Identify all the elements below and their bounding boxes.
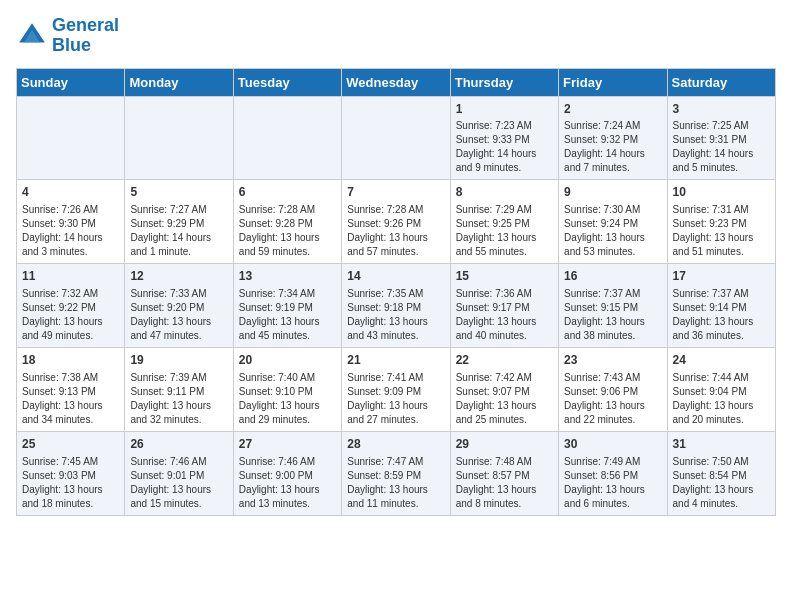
day-info: Sunrise: 7:48 AM Sunset: 8:57 PM Dayligh… xyxy=(456,455,553,511)
day-info: Sunrise: 7:50 AM Sunset: 8:54 PM Dayligh… xyxy=(673,455,770,511)
day-number: 22 xyxy=(456,352,553,369)
day-info: Sunrise: 7:31 AM Sunset: 9:23 PM Dayligh… xyxy=(673,203,770,259)
header-sunday: Sunday xyxy=(17,68,125,96)
calendar-cell: 26Sunrise: 7:46 AM Sunset: 9:01 PM Dayli… xyxy=(125,431,233,515)
day-number: 20 xyxy=(239,352,336,369)
calendar-week-row: 18Sunrise: 7:38 AM Sunset: 9:13 PM Dayli… xyxy=(17,347,776,431)
day-number: 9 xyxy=(564,184,661,201)
logo-icon xyxy=(16,20,48,52)
day-number: 14 xyxy=(347,268,444,285)
calendar-cell: 20Sunrise: 7:40 AM Sunset: 9:10 PM Dayli… xyxy=(233,347,341,431)
calendar-cell: 31Sunrise: 7:50 AM Sunset: 8:54 PM Dayli… xyxy=(667,431,775,515)
calendar-cell: 15Sunrise: 7:36 AM Sunset: 9:17 PM Dayli… xyxy=(450,264,558,348)
calendar-cell xyxy=(125,96,233,180)
calendar-cell: 3Sunrise: 7:25 AM Sunset: 9:31 PM Daylig… xyxy=(667,96,775,180)
day-number: 3 xyxy=(673,101,770,118)
day-number: 16 xyxy=(564,268,661,285)
calendar-table: SundayMondayTuesdayWednesdayThursdayFrid… xyxy=(16,68,776,516)
calendar-cell: 1Sunrise: 7:23 AM Sunset: 9:33 PM Daylig… xyxy=(450,96,558,180)
day-number: 29 xyxy=(456,436,553,453)
header-wednesday: Wednesday xyxy=(342,68,450,96)
day-number: 2 xyxy=(564,101,661,118)
calendar-cell: 30Sunrise: 7:49 AM Sunset: 8:56 PM Dayli… xyxy=(559,431,667,515)
day-info: Sunrise: 7:38 AM Sunset: 9:13 PM Dayligh… xyxy=(22,371,119,427)
day-info: Sunrise: 7:24 AM Sunset: 9:32 PM Dayligh… xyxy=(564,119,661,175)
calendar-cell: 2Sunrise: 7:24 AM Sunset: 9:32 PM Daylig… xyxy=(559,96,667,180)
calendar-cell: 13Sunrise: 7:34 AM Sunset: 9:19 PM Dayli… xyxy=(233,264,341,348)
day-number: 13 xyxy=(239,268,336,285)
day-number: 12 xyxy=(130,268,227,285)
logo-text: General Blue xyxy=(52,16,119,56)
day-info: Sunrise: 7:28 AM Sunset: 9:28 PM Dayligh… xyxy=(239,203,336,259)
day-info: Sunrise: 7:27 AM Sunset: 9:29 PM Dayligh… xyxy=(130,203,227,259)
day-number: 28 xyxy=(347,436,444,453)
calendar-cell: 8Sunrise: 7:29 AM Sunset: 9:25 PM Daylig… xyxy=(450,180,558,264)
day-info: Sunrise: 7:41 AM Sunset: 9:09 PM Dayligh… xyxy=(347,371,444,427)
day-number: 1 xyxy=(456,101,553,118)
day-info: Sunrise: 7:46 AM Sunset: 9:01 PM Dayligh… xyxy=(130,455,227,511)
day-info: Sunrise: 7:29 AM Sunset: 9:25 PM Dayligh… xyxy=(456,203,553,259)
calendar-cell: 14Sunrise: 7:35 AM Sunset: 9:18 PM Dayli… xyxy=(342,264,450,348)
day-info: Sunrise: 7:28 AM Sunset: 9:26 PM Dayligh… xyxy=(347,203,444,259)
day-info: Sunrise: 7:42 AM Sunset: 9:07 PM Dayligh… xyxy=(456,371,553,427)
header-friday: Friday xyxy=(559,68,667,96)
calendar-cell: 27Sunrise: 7:46 AM Sunset: 9:00 PM Dayli… xyxy=(233,431,341,515)
day-number: 4 xyxy=(22,184,119,201)
calendar-cell: 18Sunrise: 7:38 AM Sunset: 9:13 PM Dayli… xyxy=(17,347,125,431)
calendar-cell: 28Sunrise: 7:47 AM Sunset: 8:59 PM Dayli… xyxy=(342,431,450,515)
day-info: Sunrise: 7:32 AM Sunset: 9:22 PM Dayligh… xyxy=(22,287,119,343)
calendar-cell: 29Sunrise: 7:48 AM Sunset: 8:57 PM Dayli… xyxy=(450,431,558,515)
calendar-cell: 6Sunrise: 7:28 AM Sunset: 9:28 PM Daylig… xyxy=(233,180,341,264)
day-number: 7 xyxy=(347,184,444,201)
day-number: 10 xyxy=(673,184,770,201)
day-number: 24 xyxy=(673,352,770,369)
header-thursday: Thursday xyxy=(450,68,558,96)
day-number: 6 xyxy=(239,184,336,201)
calendar-cell: 5Sunrise: 7:27 AM Sunset: 9:29 PM Daylig… xyxy=(125,180,233,264)
page-header: General Blue xyxy=(16,16,776,56)
day-info: Sunrise: 7:34 AM Sunset: 9:19 PM Dayligh… xyxy=(239,287,336,343)
day-info: Sunrise: 7:39 AM Sunset: 9:11 PM Dayligh… xyxy=(130,371,227,427)
calendar-cell: 21Sunrise: 7:41 AM Sunset: 9:09 PM Dayli… xyxy=(342,347,450,431)
calendar-cell: 11Sunrise: 7:32 AM Sunset: 9:22 PM Dayli… xyxy=(17,264,125,348)
day-number: 11 xyxy=(22,268,119,285)
header-saturday: Saturday xyxy=(667,68,775,96)
day-info: Sunrise: 7:45 AM Sunset: 9:03 PM Dayligh… xyxy=(22,455,119,511)
day-info: Sunrise: 7:26 AM Sunset: 9:30 PM Dayligh… xyxy=(22,203,119,259)
day-number: 26 xyxy=(130,436,227,453)
calendar-cell: 10Sunrise: 7:31 AM Sunset: 9:23 PM Dayli… xyxy=(667,180,775,264)
calendar-week-row: 4Sunrise: 7:26 AM Sunset: 9:30 PM Daylig… xyxy=(17,180,776,264)
calendar-cell xyxy=(233,96,341,180)
day-number: 5 xyxy=(130,184,227,201)
day-info: Sunrise: 7:40 AM Sunset: 9:10 PM Dayligh… xyxy=(239,371,336,427)
calendar-cell: 9Sunrise: 7:30 AM Sunset: 9:24 PM Daylig… xyxy=(559,180,667,264)
day-number: 19 xyxy=(130,352,227,369)
calendar-cell: 7Sunrise: 7:28 AM Sunset: 9:26 PM Daylig… xyxy=(342,180,450,264)
calendar-cell: 24Sunrise: 7:44 AM Sunset: 9:04 PM Dayli… xyxy=(667,347,775,431)
calendar-cell: 25Sunrise: 7:45 AM Sunset: 9:03 PM Dayli… xyxy=(17,431,125,515)
day-info: Sunrise: 7:25 AM Sunset: 9:31 PM Dayligh… xyxy=(673,119,770,175)
day-info: Sunrise: 7:44 AM Sunset: 9:04 PM Dayligh… xyxy=(673,371,770,427)
day-info: Sunrise: 7:30 AM Sunset: 9:24 PM Dayligh… xyxy=(564,203,661,259)
calendar-cell xyxy=(342,96,450,180)
day-info: Sunrise: 7:47 AM Sunset: 8:59 PM Dayligh… xyxy=(347,455,444,511)
day-number: 18 xyxy=(22,352,119,369)
day-info: Sunrise: 7:49 AM Sunset: 8:56 PM Dayligh… xyxy=(564,455,661,511)
calendar-header-row: SundayMondayTuesdayWednesdayThursdayFrid… xyxy=(17,68,776,96)
day-number: 27 xyxy=(239,436,336,453)
header-monday: Monday xyxy=(125,68,233,96)
day-info: Sunrise: 7:46 AM Sunset: 9:00 PM Dayligh… xyxy=(239,455,336,511)
day-number: 25 xyxy=(22,436,119,453)
logo: General Blue xyxy=(16,16,119,56)
calendar-cell: 22Sunrise: 7:42 AM Sunset: 9:07 PM Dayli… xyxy=(450,347,558,431)
day-number: 31 xyxy=(673,436,770,453)
day-info: Sunrise: 7:23 AM Sunset: 9:33 PM Dayligh… xyxy=(456,119,553,175)
day-number: 15 xyxy=(456,268,553,285)
day-info: Sunrise: 7:33 AM Sunset: 9:20 PM Dayligh… xyxy=(130,287,227,343)
day-info: Sunrise: 7:35 AM Sunset: 9:18 PM Dayligh… xyxy=(347,287,444,343)
day-number: 23 xyxy=(564,352,661,369)
day-info: Sunrise: 7:36 AM Sunset: 9:17 PM Dayligh… xyxy=(456,287,553,343)
calendar-cell xyxy=(17,96,125,180)
calendar-cell: 12Sunrise: 7:33 AM Sunset: 9:20 PM Dayli… xyxy=(125,264,233,348)
calendar-week-row: 1Sunrise: 7:23 AM Sunset: 9:33 PM Daylig… xyxy=(17,96,776,180)
